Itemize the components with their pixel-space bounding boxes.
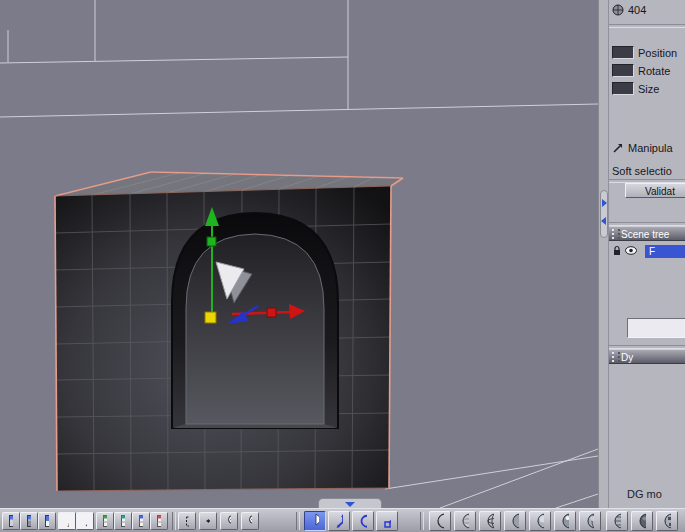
object-stats-row: 404: [612, 4, 646, 16]
rotate-tool-button[interactable]: [352, 511, 374, 531]
shaded-wire-sphere-icon: [586, 512, 594, 530]
window-layout-button[interactable]: [2, 512, 20, 530]
table-red-button[interactable]: [150, 512, 168, 530]
manipulators-label: Manipula: [628, 142, 673, 154]
display-hidden-line-button[interactable]: [454, 511, 476, 531]
polygon-count-icon: [612, 4, 624, 16]
manipulators-row[interactable]: Manipula: [612, 142, 673, 154]
zoom-in-icon: [227, 514, 231, 528]
display-flat-button[interactable]: [504, 511, 526, 531]
soft-selection-row[interactable]: Soft selectio: [612, 165, 672, 177]
viewport-scene: [0, 0, 598, 508]
display-checker-sphere-button[interactable]: [656, 511, 678, 531]
polygon-count-value: 404: [628, 4, 646, 16]
scale-tool-button[interactable]: [376, 511, 398, 531]
properties-panel: 404 Position Rotate Size Manipula Soft s…: [608, 0, 685, 508]
pencil-icon: [65, 515, 69, 528]
gizmo-y-handle[interactable]: [207, 237, 216, 246]
checker-sphere-icon: [663, 512, 671, 530]
display-shaded-wire-button[interactable]: [579, 511, 601, 531]
grip-icon: [612, 352, 620, 362]
viewport-3d[interactable]: [0, 0, 598, 508]
size-field[interactable]: [612, 82, 634, 95]
flat-sphere-icon: [511, 512, 519, 530]
right-arrow-icon: [602, 199, 607, 207]
display-specular-button[interactable]: [554, 511, 576, 531]
rotate-row: Rotate: [612, 64, 670, 77]
dark-sphere-icon: [638, 512, 646, 530]
display-dark-sphere-button[interactable]: [631, 511, 653, 531]
pan-move-icon: [206, 514, 210, 528]
window-split-button[interactable]: [20, 512, 38, 530]
globe-wire-icon: [486, 512, 494, 530]
hidden-line-sphere-icon: [461, 512, 469, 530]
table-blue-button[interactable]: [132, 512, 150, 530]
right-panel-splitter[interactable]: [598, 0, 608, 508]
position-label: Position: [638, 47, 677, 59]
scene-tree-filter-field[interactable]: [627, 318, 685, 338]
left-arrow-icon: [601, 217, 606, 225]
bottom-toolbar: [0, 508, 685, 532]
lock-icon[interactable]: [612, 245, 622, 256]
dynamic-geometry-title: Dy: [621, 352, 633, 363]
grip-icon: [612, 229, 620, 239]
display-wire-sphere-button[interactable]: [479, 511, 501, 531]
zoom-in-button[interactable]: [220, 512, 238, 530]
splitter-handle[interactable]: [600, 190, 608, 238]
marquee-select-button[interactable]: [178, 512, 196, 530]
rotate-icon: [359, 513, 367, 529]
window-split-icon: [27, 515, 31, 527]
panel-checker-button[interactable]: [38, 512, 56, 530]
display-wireframe-button[interactable]: [429, 511, 451, 531]
scene-tree-selected-item[interactable]: F: [645, 245, 685, 258]
scene-tree-header[interactable]: Scene tree: [609, 226, 685, 241]
soft-selection-label: Soft selectio: [612, 165, 672, 177]
select-tool-button[interactable]: [304, 511, 326, 531]
size-row: Size: [612, 82, 659, 95]
cube-mesh[interactable]: [55, 172, 403, 491]
rotate-label: Rotate: [638, 65, 670, 77]
pencil-tool-button[interactable]: [58, 512, 76, 530]
table-teal-button[interactable]: [114, 512, 132, 530]
pen-knife-tool-button[interactable]: [76, 512, 94, 530]
manipulator-icon: [612, 142, 624, 154]
wireframe-sphere-icon: [436, 512, 444, 530]
display-grid-sphere-button[interactable]: [606, 511, 628, 531]
table-green-icon: [103, 515, 107, 527]
window-layout-icon: [9, 515, 13, 527]
display-smooth-button[interactable]: [529, 511, 551, 531]
specular-sphere-icon: [561, 512, 569, 530]
toolbar-separator: [172, 512, 176, 530]
marquee-select-icon: [185, 515, 189, 528]
gizmo-x-handle[interactable]: [267, 308, 276, 317]
toolbar-separator: [420, 512, 424, 530]
dg-modeling-label: DG mo: [627, 488, 662, 500]
table-teal-icon: [121, 515, 125, 527]
rotate-field[interactable]: [612, 64, 634, 77]
scene-tree-row[interactable]: [612, 245, 637, 256]
grid-sphere-icon: [613, 512, 621, 530]
smooth-sphere-icon: [536, 512, 544, 530]
pan-move-button[interactable]: [199, 512, 217, 530]
position-field[interactable]: [612, 46, 634, 59]
eye-icon[interactable]: [625, 246, 637, 255]
toolbar-separator: [296, 512, 300, 530]
dynamic-geometry-header[interactable]: Dy: [609, 349, 685, 364]
pen-knife-icon: [83, 515, 87, 528]
table-green-button[interactable]: [96, 512, 114, 530]
translate-icon: [335, 513, 343, 529]
validate-button[interactable]: Validat: [625, 183, 685, 198]
panel-checker-icon: [45, 515, 49, 527]
translate-tool-button[interactable]: [328, 511, 350, 531]
position-row: Position: [612, 46, 677, 59]
zoom-out-button[interactable]: [241, 512, 259, 530]
arch-recess: [172, 213, 338, 428]
zoom-out-icon: [248, 514, 252, 528]
table-red-icon: [157, 515, 161, 527]
divider: [609, 24, 685, 28]
gizmo-origin-handle[interactable]: [205, 312, 216, 323]
scene-tree-title: Scene tree: [621, 229, 669, 240]
scale-icon: [383, 513, 391, 529]
application-window: 404 Position Rotate Size Manipula Soft s…: [0, 0, 685, 532]
select-cursor-icon: [311, 513, 319, 529]
